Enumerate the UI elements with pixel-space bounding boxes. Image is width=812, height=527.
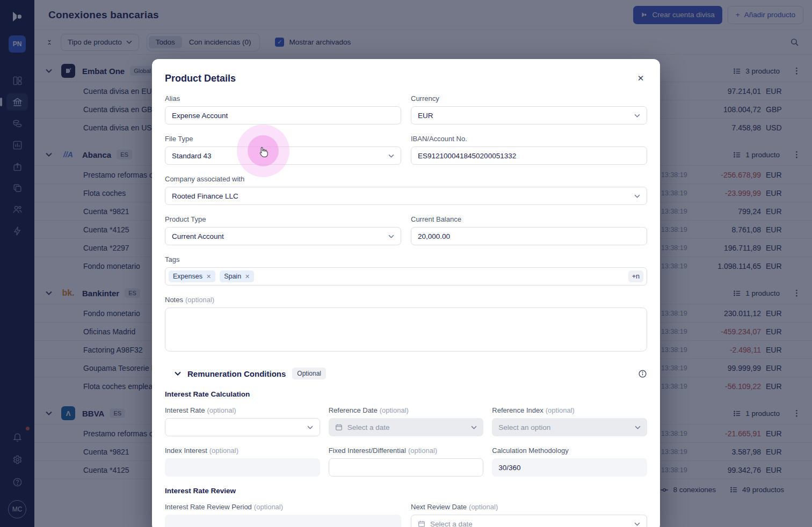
fixed-interest-label: Fixed Interest/Differential [329, 447, 406, 455]
remove-tag-icon[interactable]: ✕ [245, 273, 250, 280]
interest-rate-label: Interest Rate [165, 406, 205, 414]
chevron-down-icon [388, 235, 394, 238]
calculation-methodology-label: Calculation Methodology [492, 447, 647, 455]
file-type-label: File Type [165, 135, 401, 143]
company-label: Company associated with [165, 175, 647, 183]
file-type-select[interactable]: Standard 43 [165, 147, 401, 165]
chevron-down-icon [635, 426, 641, 429]
review-period-label: Interest Rate Review Period [165, 503, 252, 511]
next-review-date-select[interactable]: Select a date [411, 515, 647, 527]
chevron-down-icon [388, 154, 394, 158]
optional-badge: Optional [292, 368, 326, 379]
calculation-methodology-field: 30/360 [492, 458, 647, 477]
interest-rate-select[interactable] [165, 418, 320, 436]
chevron-down-icon [172, 371, 183, 376]
tags-label: Tags [165, 255, 647, 264]
index-interest-label: Index Interest [165, 447, 207, 455]
interest-rate-calculation-heading: Interest Rate Calculation [165, 390, 647, 398]
currency-select[interactable]: EUR [411, 106, 647, 125]
product-type-label: Product Type [165, 215, 401, 223]
calendar-icon [335, 423, 343, 431]
iban-label: IBAN/Account No. [411, 135, 647, 143]
calendar-icon [418, 520, 425, 527]
product-type-select[interactable]: Current Account [165, 227, 401, 245]
notes-label: Notes [165, 296, 183, 304]
reference-date-select[interactable]: Select a date [329, 418, 484, 436]
current-balance-label: Current Balance [411, 215, 647, 223]
more-tags-button[interactable]: +n [628, 270, 643, 282]
fixed-interest-input[interactable] [329, 458, 484, 477]
currency-label: Currency [411, 94, 647, 103]
chevron-down-icon [634, 522, 640, 526]
interest-rate-review-heading: Interest Rate Review [165, 487, 647, 495]
tags-field[interactable]: Expenses✕ Spain✕ +n [165, 267, 647, 286]
tag-chip: Expenses✕ [169, 270, 215, 282]
next-review-date-label: Next Review Date [411, 503, 467, 511]
remove-tag-icon[interactable]: ✕ [206, 273, 211, 280]
alias-input[interactable] [165, 106, 401, 125]
info-icon[interactable] [638, 369, 647, 378]
close-icon[interactable]: ✕ [634, 72, 647, 85]
chevron-down-icon [634, 194, 640, 198]
alias-label: Alias [165, 94, 401, 103]
modal-title: Product Details [165, 73, 236, 84]
product-details-modal: Product Details ✕ Alias Currency EUR Fil… [152, 59, 660, 527]
reference-index-select[interactable]: Select an option [492, 418, 647, 436]
current-balance-input[interactable] [411, 227, 647, 245]
index-interest-field [165, 458, 320, 477]
reference-date-label: Reference Date [329, 406, 378, 414]
remuneration-title: Remuneration Conditions [187, 369, 286, 378]
tag-chip: Spain✕ [220, 270, 254, 282]
reference-index-label: Reference Index [492, 406, 543, 414]
chevron-down-icon [471, 426, 477, 429]
remuneration-section-header[interactable]: Remuneration Conditions Optional [165, 368, 647, 379]
iban-input[interactable] [411, 147, 647, 165]
review-period-field [165, 515, 401, 527]
company-select[interactable]: Rooted Finance LLC [165, 187, 647, 205]
chevron-down-icon [307, 426, 313, 429]
notes-textarea[interactable] [165, 308, 647, 352]
chevron-down-icon [634, 114, 640, 118]
